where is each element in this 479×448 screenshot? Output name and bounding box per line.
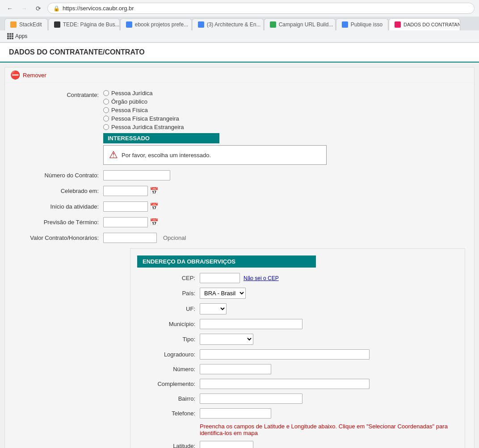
- previsao-termino-input[interactable]: [103, 217, 148, 227]
- tab-label: Publique isso: [351, 21, 382, 28]
- numero-input[interactable]: [200, 364, 271, 374]
- radio-pessoa-fisica-estrangeira-input[interactable]: [103, 116, 109, 121]
- complemento-input[interactable]: [200, 379, 370, 389]
- pais-select[interactable]: BRA - Brasil: [200, 288, 246, 299]
- bookmark-apps[interactable]: Apps: [4, 32, 30, 40]
- tab-creating-account[interactable]: DADOS DO CONTRATANTE/CONTRATO: [389, 18, 460, 30]
- tab-label: ebook projetos prefe...: [135, 21, 188, 28]
- complemento-label: Complemento:: [137, 381, 200, 387]
- page-title: DADOS DO CONTRATANTE/CONTRATO: [9, 48, 470, 56]
- bairro-input[interactable]: [200, 394, 303, 404]
- radio-group-contratante: Pessoa Jurídica Órgão público Pessoa Fís…: [103, 90, 465, 130]
- numero-contrato-row: Número do Contrato:: [14, 170, 465, 180]
- bookmarks-bar: Apps: [0, 30, 479, 42]
- telefone-label: Telefone:: [137, 410, 200, 417]
- tipo-select[interactable]: [200, 334, 253, 345]
- radio-orgao-publico[interactable]: Órgão público: [103, 98, 465, 105]
- cep-input[interactable]: [200, 273, 240, 283]
- radio-pessoa-juridica-estrangeira-input[interactable]: [103, 124, 109, 130]
- numero-contrato-control: [103, 170, 465, 180]
- inicio-atividade-input[interactable]: [103, 201, 148, 212]
- radio-pessoa-juridica[interactable]: Pessoa Jurídica: [103, 90, 465, 96]
- address-section: ENDEREÇO DA OBRA/SERVIÇOS CEP: Não sei o…: [130, 248, 465, 448]
- tab-ebook[interactable]: ebook projetos prefe...: [120, 18, 192, 30]
- valor-contrato-input[interactable]: [103, 233, 157, 243]
- latitude-input[interactable]: [200, 441, 253, 448]
- radio-orgao-publico-input[interactable]: [103, 99, 109, 105]
- uf-control: [200, 303, 227, 314]
- municipio-input[interactable]: [200, 319, 303, 329]
- uf-label: UF:: [137, 306, 200, 312]
- section-card: ⛔ Remover Contratante: Pessoa Jurídica: [4, 67, 475, 448]
- municipio-label: Município:: [137, 321, 200, 327]
- numero-row: Número:: [137, 364, 458, 374]
- radio-pessoa-juridica-estrangeira[interactable]: Pessoa Jurídica Estrangeira: [103, 124, 465, 130]
- tab-label: Campaign URL Build...: [279, 21, 333, 28]
- pais-row: País: BRA - Brasil: [137, 288, 458, 299]
- celebrado-em-row: Celebrado em: 📅: [14, 186, 465, 196]
- cep-row: CEP: Não sei o CEP: [137, 273, 458, 283]
- calendar-icon[interactable]: 📅: [150, 187, 159, 195]
- celebrado-em-input[interactable]: [103, 186, 148, 196]
- tab-favicon: [198, 21, 204, 28]
- numero-label: Número:: [137, 366, 200, 373]
- municipio-row: Município:: [137, 319, 458, 329]
- pais-control: BRA - Brasil: [200, 288, 246, 299]
- valor-contrato-label: Valor Contrato/Honorários:: [14, 233, 103, 241]
- radio-pessoa-juridica-input[interactable]: [103, 90, 109, 96]
- telefone-control: [200, 408, 271, 419]
- telefone-input[interactable]: [200, 408, 271, 419]
- tab-stackedit[interactable]: StackEdit: [4, 18, 48, 30]
- tabs-bar: StackEdit TEDE: Página de Bus... ebook p…: [0, 17, 479, 30]
- tab-campaign[interactable]: Campaign URL Build...: [264, 18, 336, 30]
- radio-pessoa-fisica[interactable]: Pessoa Física: [103, 107, 465, 113]
- forward-button[interactable]: →: [19, 3, 29, 14]
- radio-pessoa-fisica-estrangeira[interactable]: Pessoa Física Estrangeira: [103, 115, 465, 122]
- address-bar[interactable]: 🔒 https://servicos.caubr.org.br: [47, 3, 475, 14]
- nao-sei-cep-link[interactable]: Não sei o CEP: [244, 275, 279, 281]
- radio-pessoa-fisica-input[interactable]: [103, 107, 109, 113]
- valor-contrato-row: Valor Contrato/Honorários: Opcional: [14, 233, 465, 243]
- date-wrap: 📅: [103, 217, 465, 227]
- remove-icon: ⛔: [10, 71, 20, 79]
- coord-note: Preencha os campos de Latitude e Longitu…: [200, 423, 448, 436]
- tab-label: StackEdit: [19, 21, 42, 28]
- logradouro-label: Logradouro:: [137, 351, 200, 358]
- url-text: https://servicos.caubr.org.br: [63, 5, 134, 12]
- tab-favicon: [270, 21, 276, 28]
- numero-contrato-input[interactable]: [103, 170, 170, 180]
- lock-icon: 🔒: [53, 5, 60, 12]
- tab-architecture[interactable]: (3) Architecture & En...: [192, 18, 264, 30]
- back-button[interactable]: ←: [4, 3, 15, 14]
- reload-button[interactable]: ⟳: [33, 3, 44, 14]
- form-container: ⛔ Remover Contratante: Pessoa Jurídica: [0, 63, 479, 448]
- remove-button[interactable]: Remover: [23, 72, 46, 79]
- uf-row: UF:: [137, 303, 458, 314]
- logradouro-input[interactable]: [200, 349, 370, 360]
- bairro-row: Bairro:: [137, 394, 458, 404]
- cep-control: Não sei o CEP: [200, 273, 279, 283]
- warning-icon: ⚠: [109, 149, 118, 161]
- tab-label: TEDE: Página de Bus...: [63, 21, 120, 28]
- radio-label: Pessoa Física: [111, 107, 148, 113]
- complemento-row: Complemento:: [137, 379, 458, 389]
- tipo-control: [200, 334, 253, 345]
- previsao-termino-label: Previsão de Término:: [14, 217, 103, 226]
- inicio-atividade-label: Início da atividade:: [14, 201, 103, 210]
- municipio-control: [200, 319, 303, 329]
- endereco-header: ENDEREÇO DA OBRA/SERVIÇOS: [137, 255, 316, 268]
- remove-bar: ⛔ Remover: [5, 67, 474, 83]
- calendar-icon[interactable]: 📅: [150, 202, 159, 211]
- tab-tede[interactable]: TEDE: Página de Bus...: [48, 18, 120, 30]
- radio-label: Pessoa Jurídica Estrangeira: [111, 124, 184, 130]
- tab-publique[interactable]: Publique isso: [336, 18, 388, 30]
- radio-label: Pessoa Jurídica: [111, 90, 153, 96]
- radio-label: Pessoa Física Estrangeira: [111, 115, 179, 122]
- tab-favicon: [54, 21, 60, 28]
- uf-select[interactable]: [200, 303, 227, 314]
- calendar-icon[interactable]: 📅: [150, 218, 159, 226]
- browser-toolbar: ← → ⟳ 🔒 https://servicos.caubr.org.br: [0, 0, 479, 17]
- logradouro-control: [200, 349, 370, 360]
- radio-label: Órgão público: [111, 98, 147, 105]
- interessado-header: INTERESSADO: [103, 133, 219, 143]
